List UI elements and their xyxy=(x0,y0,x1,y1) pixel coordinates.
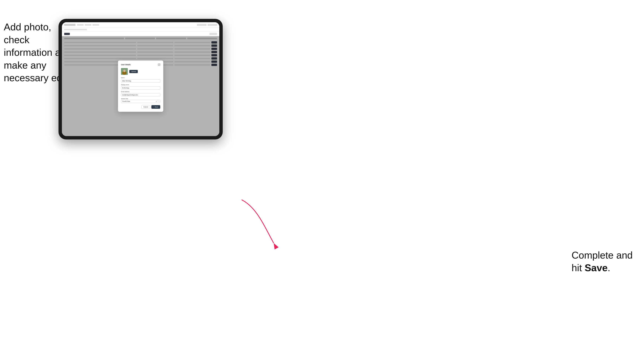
content-area: User details × Upl xyxy=(62,36,219,136)
photo-section: Upload xyxy=(121,68,160,75)
user-details-modal: User details × Upl xyxy=(118,60,163,112)
name-field-group: Name xyxy=(121,77,160,83)
email-label: Email address xyxy=(121,91,160,92)
modal-header: User details × xyxy=(121,63,160,66)
modal-overlay: User details × Upl xyxy=(62,36,219,136)
breadcrumb-area xyxy=(62,27,219,32)
display-name-input[interactable] xyxy=(121,86,160,90)
modal-footer: Cancel ↑ Save xyxy=(121,105,160,109)
toolbar-action-1 xyxy=(210,33,217,35)
modal-title: User details xyxy=(121,64,130,66)
email-field-group: Email address xyxy=(121,91,160,97)
school-year-select[interactable]: Fourth Year First Year Second Year Third… xyxy=(121,100,160,103)
name-input[interactable] xyxy=(121,79,160,83)
nav-item-3 xyxy=(92,24,99,26)
select-arrows-icon: ⌃⌄ xyxy=(157,101,160,102)
header-btn-1 xyxy=(197,24,206,26)
save-icon: ↑ xyxy=(154,106,154,108)
display-name-field-group: Display name xyxy=(121,84,160,90)
app-logo xyxy=(64,24,76,26)
school-year-label: School Year xyxy=(121,98,160,99)
tablet-frame: User details × Upl xyxy=(58,19,223,140)
name-label: Name xyxy=(121,77,160,78)
upload-button[interactable]: Upload xyxy=(129,70,138,73)
toolbar xyxy=(62,32,219,36)
tablet-screen: User details × Upl xyxy=(62,22,219,136)
svg-point-5 xyxy=(124,70,125,72)
school-year-field-group: School Year Fourth Year First Year Secon… xyxy=(121,98,160,103)
annotation-right: Complete and hit Save. xyxy=(572,249,633,274)
arrow-right-svg xyxy=(151,198,283,251)
school-year-select-wrapper: Fourth Year First Year Second Year Third… xyxy=(121,100,160,103)
header-btn-2 xyxy=(208,24,217,26)
app-nav xyxy=(77,24,99,26)
save-button[interactable]: ↑ Save xyxy=(151,105,160,109)
toolbar-primary-btn[interactable] xyxy=(64,33,70,35)
header-right xyxy=(197,24,217,26)
user-photo-thumbnail xyxy=(121,68,128,75)
app-header xyxy=(62,22,219,27)
modal-close-button[interactable]: × xyxy=(158,63,160,66)
display-name-label: Display name xyxy=(121,84,160,85)
user-photo-svg xyxy=(121,68,128,75)
select-icons: × ⌃⌄ xyxy=(156,100,160,102)
select-clear-icon[interactable]: × xyxy=(156,100,157,102)
email-input[interactable] xyxy=(121,93,160,97)
cancel-button[interactable]: Cancel xyxy=(141,105,150,109)
breadcrumb-text xyxy=(64,29,87,30)
nav-item-2 xyxy=(85,24,91,26)
nav-item-1 xyxy=(77,24,84,26)
